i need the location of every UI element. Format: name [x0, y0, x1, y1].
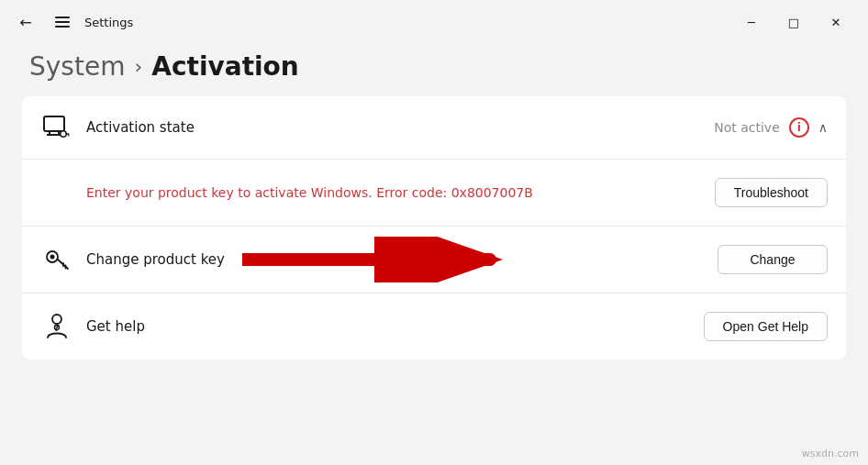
- activation-state-row: Activation state Not active i ∧: [22, 96, 846, 160]
- activation-card: Activation state Not active i ∧ Enter yo…: [22, 96, 846, 360]
- activation-status: Not active: [714, 120, 780, 135]
- activation-state-icon: [40, 111, 73, 144]
- info-icon[interactable]: i: [789, 117, 809, 138]
- window-controls: ─ □ ✕: [730, 7, 857, 37]
- back-button[interactable]: ←: [11, 7, 40, 37]
- close-button[interactable]: ✕: [815, 7, 857, 37]
- activation-state-label: Activation state: [86, 119, 714, 136]
- help-icon: ?: [40, 310, 73, 343]
- open-get-help-button[interactable]: Open Get Help: [704, 312, 828, 341]
- svg-rect-0: [44, 116, 64, 131]
- watermark: wsxdn.com: [802, 448, 859, 459]
- breadcrumb-chevron-icon: ›: [134, 55, 142, 78]
- get-help-row: ? Get help Open Get Help: [22, 293, 846, 360]
- change-product-key-row: Change product key Change: [22, 227, 846, 293]
- svg-rect-7: [68, 135, 70, 137]
- troubleshoot-button[interactable]: Troubleshoot: [715, 178, 828, 207]
- breadcrumb-system[interactable]: System: [29, 51, 125, 82]
- arrow-container: [242, 237, 517, 282]
- get-help-label: Get help: [86, 318, 704, 335]
- menu-line-2: [55, 21, 70, 23]
- expand-chevron-icon[interactable]: ∧: [818, 120, 828, 135]
- breadcrumb: System › Activation: [0, 44, 868, 96]
- change-button[interactable]: Change: [718, 245, 828, 274]
- menu-line-1: [55, 17, 70, 18]
- maximize-button[interactable]: □: [773, 7, 815, 37]
- minimize-button[interactable]: ─: [730, 7, 773, 37]
- titlebar: ← Settings ─ □ ✕: [0, 0, 868, 44]
- window-title: Settings: [84, 16, 723, 29]
- menu-button[interactable]: [48, 7, 77, 37]
- error-row: Enter your product key to activate Windo…: [22, 160, 846, 227]
- main-content: Activation state Not active i ∧ Enter yo…: [0, 96, 868, 360]
- svg-point-5: [61, 132, 66, 137]
- svg-point-9: [50, 255, 55, 260]
- key-icon: [40, 243, 73, 276]
- error-message: Enter your product key to activate Windo…: [86, 183, 696, 203]
- arrow-icon: [242, 237, 517, 282]
- page-title: Activation: [151, 51, 299, 82]
- svg-rect-6: [66, 133, 70, 135]
- svg-point-15: [52, 315, 61, 324]
- menu-line-3: [55, 26, 70, 28]
- svg-text:?: ?: [54, 324, 59, 333]
